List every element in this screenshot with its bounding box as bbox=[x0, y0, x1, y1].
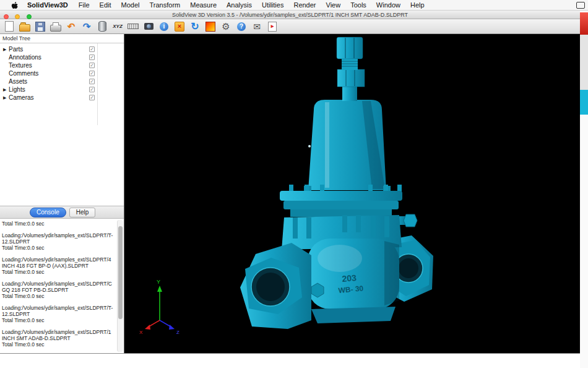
tree-checkbox-cameras[interactable]: ✓ bbox=[89, 95, 95, 100]
menu-help[interactable]: Help bbox=[405, 1, 430, 9]
console-log[interactable]: Total Time:0.0 secLoading:/Volumes/ydir/… bbox=[0, 219, 124, 353]
apple-menu[interactable] bbox=[7, 1, 22, 9]
console-scrollbar-thumb[interactable] bbox=[118, 226, 123, 319]
open-icon bbox=[19, 24, 30, 32]
disclosure-triangle-icon[interactable]: ▶ bbox=[3, 95, 9, 100]
tree-item-label: Textures bbox=[9, 62, 32, 69]
ruler-button[interactable] bbox=[128, 20, 139, 33]
tree-item-textures[interactable]: Textures✓ bbox=[0, 61, 124, 69]
tree-item-parts[interactable]: ▶Parts✓ bbox=[0, 45, 124, 53]
settings-icon: ⚙ bbox=[222, 22, 230, 31]
menu-utilities[interactable]: Utilities bbox=[257, 1, 288, 9]
menu-view[interactable]: View bbox=[321, 1, 346, 9]
new-file-button[interactable] bbox=[4, 20, 15, 33]
tree-item-comments[interactable]: Comments✓ bbox=[0, 69, 124, 77]
menu-measure[interactable]: Measure bbox=[185, 1, 222, 9]
redo-button[interactable]: ↷ bbox=[81, 20, 92, 33]
tree-checkbox-lights[interactable]: ✓ bbox=[89, 87, 95, 92]
render-button[interactable] bbox=[205, 20, 216, 33]
export-button[interactable]: ▸ bbox=[267, 20, 278, 33]
tree-checkbox-comments[interactable]: ✓ bbox=[89, 71, 95, 76]
xyz-icon: XYZ bbox=[113, 24, 123, 29]
cylinder-icon bbox=[98, 21, 106, 32]
casting-mark-line1: 203 bbox=[342, 273, 357, 284]
disclosure-triangle-icon[interactable]: ▶ bbox=[3, 47, 9, 52]
console-line-loading: Loading:/Volumes/ydir/samples_ext/SLDPRT… bbox=[2, 232, 114, 245]
toolbar: ↶↷XYZi×↻⚙?✉▸ bbox=[0, 19, 580, 34]
tree-item-label: Lights bbox=[9, 86, 25, 93]
save-button[interactable] bbox=[35, 20, 46, 33]
menu-file[interactable]: File bbox=[74, 1, 95, 9]
console-line-loading: Loading:/Volumes/ydir/samples_ext/SLDPRT… bbox=[2, 281, 114, 293]
console-line-time: Total Time:0.0 sec bbox=[2, 293, 114, 299]
tree-item-annotations[interactable]: Annotations✓ bbox=[0, 53, 124, 61]
tab-console[interactable]: Console bbox=[30, 208, 66, 217]
menu-app-name[interactable]: SolidView3D bbox=[22, 1, 74, 9]
cylinder-button[interactable] bbox=[97, 20, 108, 33]
disclosure-triangle-icon[interactable]: ▶ bbox=[3, 87, 9, 92]
macos-menu-bar: SolidView3D FileEditModelTransformMeasur… bbox=[0, 0, 588, 11]
menu-window[interactable]: Window bbox=[371, 1, 405, 9]
camera-icon bbox=[144, 23, 153, 30]
print-button[interactable] bbox=[50, 20, 61, 33]
console-line-time: Total Time:0.0 sec bbox=[2, 341, 114, 348]
tree-item-lights[interactable]: ▶Lights✓ bbox=[0, 85, 124, 94]
tree-item-assets[interactable]: Assets✓ bbox=[0, 77, 124, 85]
tree-checkbox-textures[interactable]: ✓ bbox=[89, 63, 95, 68]
viewport-3d[interactable]: 203 WB- 30 Y X Z bbox=[124, 34, 580, 353]
axis-triad: Y X Z bbox=[139, 279, 179, 335]
console-entry: Loading:/Volumes/ydir/samples_ext/SLDPRT… bbox=[2, 281, 114, 299]
valve-left-port bbox=[240, 243, 324, 329]
menu-model[interactable]: Model bbox=[116, 1, 145, 9]
email-icon: ✉ bbox=[253, 22, 261, 31]
refresh-button[interactable]: ↻ bbox=[189, 20, 201, 33]
valve-stem bbox=[337, 37, 365, 101]
info-icon: i bbox=[160, 22, 168, 31]
undo-button[interactable]: ↶ bbox=[66, 20, 77, 33]
tab-help[interactable]: Help bbox=[69, 208, 96, 217]
info-button[interactable]: i bbox=[158, 20, 170, 33]
menu-analysis[interactable]: Analysis bbox=[222, 1, 257, 9]
background-strip-cyan bbox=[580, 90, 588, 115]
xyz-button[interactable]: XYZ bbox=[112, 20, 123, 33]
delete-button[interactable]: × bbox=[174, 20, 185, 33]
menu-render[interactable]: Render bbox=[288, 1, 321, 9]
camera-button[interactable] bbox=[143, 20, 154, 33]
console-line-time: Total Time:0.0 sec bbox=[2, 245, 114, 251]
menu-transform[interactable]: Transform bbox=[145, 1, 186, 9]
valve-bonnet bbox=[304, 100, 391, 191]
console-entry: Loading:/Volumes/ydir/samples_ext/SLDPRT… bbox=[2, 329, 114, 348]
display-status-icon bbox=[576, 2, 585, 9]
save-icon bbox=[35, 22, 45, 32]
settings-button[interactable]: ⚙ bbox=[220, 20, 231, 33]
email-button[interactable]: ✉ bbox=[251, 20, 262, 33]
refresh-icon: ↻ bbox=[191, 22, 199, 32]
menubar-status[interactable] bbox=[576, 2, 585, 9]
tree-checkbox-annotations[interactable]: ✓ bbox=[89, 55, 95, 60]
axis-y-label: Y bbox=[157, 279, 160, 285]
tree-checkbox-parts[interactable]: ✓ bbox=[89, 46, 95, 52]
tree-item-cameras[interactable]: ▶Cameras✓ bbox=[0, 94, 124, 102]
console-line-loading: Loading:/Volumes/ydir/samples_ext/SLDPRT… bbox=[2, 329, 114, 341]
console-line-time: Total Time:0.0 sec bbox=[2, 269, 114, 275]
open-button[interactable] bbox=[19, 20, 30, 33]
axis-z-label: Z bbox=[176, 330, 179, 335]
tree-column-divider bbox=[97, 43, 98, 125]
tree-item-label: Parts bbox=[9, 46, 23, 53]
help-button[interactable]: ? bbox=[236, 20, 247, 33]
model-tree: ▶Parts✓Annotations✓Textures✓Comments✓Ass… bbox=[0, 43, 124, 206]
console-line-loading: Loading:/Volumes/ydir/samples_ext/SLDPRT… bbox=[2, 305, 114, 317]
console-entry: Loading:/Volumes/ydir/samples_ext/SLDPRT… bbox=[2, 305, 114, 323]
tree-item-label: Assets bbox=[9, 78, 27, 85]
valve-model: 203 WB- 30 Y X Z bbox=[124, 34, 580, 353]
console-tab-bar: Console Help bbox=[0, 206, 124, 219]
console-line-time: Total Time:0.0 sec bbox=[2, 221, 114, 227]
menu-tools[interactable]: Tools bbox=[345, 1, 371, 9]
menu-edit[interactable]: Edit bbox=[95, 1, 116, 9]
window-title-bar[interactable]: SolidView 3D Version 3.5 - /Volumes/ydir… bbox=[0, 11, 580, 19]
window-title: SolidView 3D Version 3.5 - /Volumes/ydir… bbox=[0, 11, 580, 19]
console-scrollbar[interactable] bbox=[117, 220, 123, 352]
tree-checkbox-assets[interactable]: ✓ bbox=[89, 79, 95, 84]
render-icon bbox=[205, 22, 215, 32]
left-panel: Model Tree ▶Parts✓Annotations✓Textures✓C… bbox=[0, 34, 124, 353]
